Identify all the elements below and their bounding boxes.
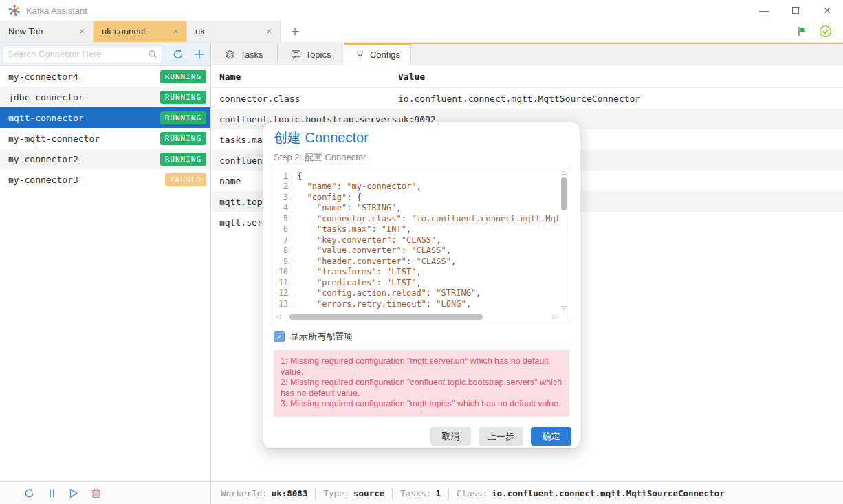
scroll-left-icon[interactable]: ◁ bbox=[274, 313, 283, 321]
code-line: { bbox=[292, 171, 302, 181]
connector-row-selected[interactable]: mqtt-connector RUNNING bbox=[0, 107, 210, 128]
add-connector-button[interactable] bbox=[194, 49, 205, 60]
checkbox-label: 显示所有配置项 bbox=[290, 331, 353, 343]
topic-bubble-icon bbox=[291, 50, 301, 60]
error-message: 3: Missing required configuration "mqtt.… bbox=[281, 399, 562, 410]
sidebar: my-connector4 RUNNING jdbc-connector RUN… bbox=[0, 43, 211, 481]
line-number: 8 bbox=[274, 245, 292, 255]
code-line: "connector.class": "io.confluent.connect… bbox=[292, 214, 559, 223]
scroll-down-icon[interactable]: ▽ bbox=[560, 304, 568, 312]
status-badge: RUNNING bbox=[160, 70, 206, 83]
window-controls: — ✕ bbox=[748, 0, 843, 21]
trash-icon[interactable] bbox=[91, 487, 101, 498]
status-badge: RUNNING bbox=[160, 111, 206, 124]
ok-button[interactable]: 确定 bbox=[531, 427, 571, 446]
horizontal-scroll-thumb[interactable] bbox=[289, 314, 483, 320]
code-line: "name": "my-connector", bbox=[292, 182, 422, 191]
tab-new-tab[interactable]: New Tab × bbox=[0, 21, 94, 42]
line-number: 2 bbox=[274, 182, 292, 191]
search-box[interactable] bbox=[3, 45, 162, 63]
error-message: 2: Missing required configuration "confl… bbox=[281, 377, 562, 399]
divider bbox=[315, 488, 316, 498]
divider bbox=[392, 488, 393, 498]
dialog-buttons: 取消 上一步 确定 bbox=[430, 427, 571, 446]
horizontal-scrollbar[interactable]: ◁ ▷ bbox=[274, 312, 559, 322]
previous-step-button[interactable]: 上一步 bbox=[479, 427, 523, 446]
tab-close-icon[interactable]: × bbox=[171, 26, 179, 36]
tab-uk-connect[interactable]: uk-connect × bbox=[94, 21, 187, 42]
dialog-title: 创建 Connector bbox=[274, 129, 369, 147]
line-number: 4 bbox=[274, 203, 292, 212]
flag-icon[interactable] bbox=[796, 25, 808, 37]
line-number: 1 bbox=[274, 171, 292, 181]
status-bar: WorkerId: uk:8083 Type: source Tasks: 1 … bbox=[211, 482, 843, 504]
divider bbox=[448, 488, 449, 498]
add-tab-button[interactable]: + bbox=[281, 21, 309, 42]
dialog-step-subtitle: Step 2: 配置 Connector bbox=[274, 151, 366, 164]
column-header-value: Value bbox=[398, 72, 843, 82]
config-row[interactable]: connector.class io.confluent.connect.mqt… bbox=[211, 88, 843, 109]
code-line: "config.action.reload": "STRING", bbox=[292, 288, 481, 298]
app-logo-icon bbox=[8, 4, 21, 17]
refresh-connectors-button[interactable] bbox=[172, 48, 184, 61]
restart-icon[interactable] bbox=[23, 487, 35, 499]
maximize-button[interactable] bbox=[780, 0, 811, 21]
create-connector-dialog: 创建 Connector Step 2: 配置 Connector 1{ 2 "… bbox=[263, 122, 580, 448]
connector-row[interactable]: my-connector3 PAUSED bbox=[0, 169, 210, 190]
cancel-button[interactable]: 取消 bbox=[430, 427, 471, 446]
line-number: 11 bbox=[274, 278, 292, 287]
code-line: "predicates": "LIST", bbox=[292, 278, 422, 287]
code-area[interactable]: 1{ 2 "name": "my-connector", 3 "config":… bbox=[274, 171, 559, 312]
scroll-up-icon[interactable]: △ bbox=[560, 168, 568, 177]
play-icon[interactable] bbox=[69, 488, 78, 498]
tab-strip-filler bbox=[411, 43, 843, 65]
connector-actions-toolbar bbox=[0, 482, 211, 504]
column-header-name: Name bbox=[211, 72, 398, 82]
connector-detail-tabs: Tasks Topics Configs bbox=[211, 43, 843, 65]
line-number: 6 bbox=[274, 224, 292, 234]
connector-row[interactable]: my-mqtt-connector RUNNING bbox=[0, 128, 210, 149]
connector-list: my-connector4 RUNNING jdbc-connector RUN… bbox=[0, 66, 210, 481]
connector-row[interactable]: my-connector4 RUNNING bbox=[0, 66, 210, 87]
sidebar-toolbar bbox=[0, 43, 210, 66]
maximize-icon bbox=[792, 7, 799, 14]
scroll-right-icon[interactable]: ▷ bbox=[551, 313, 559, 321]
search-icon bbox=[148, 50, 157, 59]
code-line: "value.converter": "CLASS", bbox=[292, 245, 451, 255]
connector-row[interactable]: jdbc-connector RUNNING bbox=[0, 87, 210, 107]
show-all-configs-option[interactable]: ✓ 显示所有配置项 bbox=[274, 331, 353, 343]
tab-configs[interactable]: Configs bbox=[344, 43, 411, 65]
tab-close-icon[interactable]: × bbox=[78, 26, 86, 36]
line-number: 10 bbox=[274, 267, 292, 276]
checkbox-checked[interactable]: ✓ bbox=[274, 331, 285, 342]
tab-topics[interactable]: Topics bbox=[278, 43, 344, 65]
search-input[interactable] bbox=[8, 49, 148, 59]
code-line: "name": "STRING", bbox=[292, 203, 402, 212]
bottom-bar: WorkerId: uk:8083 Type: source Tasks: 1 … bbox=[0, 481, 843, 504]
status-badge: RUNNING bbox=[160, 153, 206, 166]
code-line: "header.converter": "CLASS", bbox=[292, 256, 456, 266]
check-circle-icon[interactable] bbox=[819, 25, 832, 38]
config-json-editor[interactable]: 1{ 2 "name": "my-connector", 3 "config":… bbox=[274, 168, 569, 322]
status-badge: PAUSED bbox=[165, 173, 206, 186]
connector-row[interactable]: my-connector2 RUNNING bbox=[0, 149, 210, 169]
tab-uk[interactable]: uk × bbox=[187, 21, 281, 42]
wrench-icon bbox=[355, 50, 365, 60]
pause-icon[interactable] bbox=[47, 488, 56, 498]
tab-tasks[interactable]: Tasks bbox=[211, 43, 278, 65]
line-number: 12 bbox=[274, 288, 292, 298]
app-title: Kafka Assistant bbox=[26, 6, 87, 16]
line-number: 9 bbox=[274, 256, 292, 266]
line-number: 7 bbox=[274, 235, 292, 245]
minimize-button[interactable]: — bbox=[748, 0, 780, 21]
tab-close-icon[interactable]: × bbox=[265, 26, 273, 36]
vertical-scroll-thumb[interactable] bbox=[561, 177, 567, 210]
code-line: "transforms": "LIST", bbox=[292, 267, 422, 276]
titlebar: Kafka Assistant — ✕ bbox=[0, 0, 843, 21]
vertical-scrollbar[interactable]: △ ▽ bbox=[559, 168, 569, 312]
line-number: 3 bbox=[274, 193, 292, 202]
status-badge: RUNNING bbox=[160, 91, 206, 104]
layers-icon bbox=[225, 50, 235, 60]
error-message: 1: Missing required configuration "mqtt.… bbox=[281, 356, 562, 377]
close-button[interactable]: ✕ bbox=[811, 0, 843, 21]
